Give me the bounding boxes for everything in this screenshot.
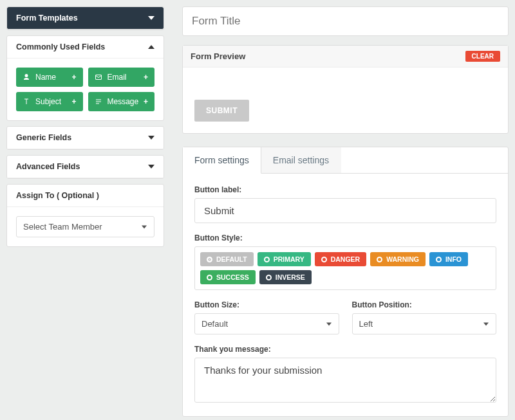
style-label: PRIMARY (274, 255, 304, 263)
plus-icon: + (71, 73, 76, 82)
style-label: INVERSE (276, 273, 305, 281)
thanks-textarea[interactable]: Thanks for your submission (194, 358, 496, 403)
chevron-down-icon (148, 136, 154, 140)
button-position-label: Button Position: (352, 300, 497, 309)
plus-icon: + (71, 97, 76, 106)
person-icon (23, 73, 30, 81)
field-message-button[interactable]: Message+ (88, 92, 155, 111)
advanced-fields-label: Advanced Fields (16, 162, 80, 171)
thanks-label: Thank you message: (194, 345, 496, 354)
field-label: Name (35, 73, 56, 82)
assign-to-label: Assign To ( Optional ) (16, 191, 99, 200)
field-name-button[interactable]: Name+ (16, 68, 83, 87)
style-label: DANGER (331, 255, 360, 263)
style-primary-option[interactable]: PRIMARY (258, 252, 311, 266)
generic-fields-label: Generic Fields (16, 133, 71, 142)
chevron-down-icon (148, 16, 154, 20)
button-style-label: Button Style: (194, 233, 496, 242)
clear-button[interactable]: CLEAR (465, 51, 500, 62)
style-info-option[interactable]: INFO (429, 252, 468, 266)
form-templates-label: Form Templates (16, 14, 78, 23)
generic-fields-header[interactable]: Generic Fields (7, 127, 164, 149)
field-label: Email (108, 73, 127, 82)
common-fields-header[interactable]: Commonly Used Fields (7, 36, 164, 59)
lines-icon (95, 98, 102, 105)
preview-submit-button[interactable]: SUBMIT (194, 100, 249, 122)
radio-icon (321, 257, 327, 262)
radio-icon (266, 275, 272, 280)
field-subject-button[interactable]: Subject+ (16, 92, 83, 111)
button-size-label: Button Size: (194, 300, 339, 309)
radio-icon (207, 275, 212, 280)
radio-icon (264, 257, 270, 262)
field-email-button[interactable]: Email+ (88, 68, 155, 87)
assign-to-select[interactable]: Select Team Member (16, 216, 154, 237)
radio-icon (436, 257, 442, 262)
plus-icon: + (144, 73, 148, 82)
button-label-label: Button label: (194, 185, 496, 194)
style-label: DEFAULT (216, 255, 247, 263)
style-warning-option[interactable]: WARNING (370, 252, 426, 266)
common-fields-label: Commonly Used Fields (16, 42, 105, 51)
radio-icon (377, 257, 382, 262)
button-label-input[interactable] (194, 198, 496, 223)
style-label: SUCCESS (216, 273, 249, 281)
style-label: WARNING (386, 255, 419, 263)
button-position-select[interactable]: Left (352, 313, 497, 334)
plus-icon: + (144, 97, 148, 106)
style-label: INFO (445, 255, 462, 263)
field-label: Message (108, 97, 139, 106)
chevron-up-icon (148, 45, 154, 49)
button-size-select[interactable]: Default (194, 313, 339, 334)
tab-email-settings[interactable]: Email settings (261, 147, 341, 173)
radio-icon (207, 257, 212, 262)
advanced-fields-header[interactable]: Advanced Fields (7, 156, 164, 178)
style-danger-option[interactable]: DANGER (315, 252, 367, 266)
form-preview-label: Form Preview (191, 51, 245, 61)
style-default-option[interactable]: DEFAULT (200, 252, 254, 266)
tab-form-settings[interactable]: Form settings (183, 147, 261, 174)
form-templates-header[interactable]: Form Templates (7, 7, 164, 30)
form-title-input[interactable] (182, 6, 509, 36)
text-icon (23, 98, 30, 105)
assign-to-header: Assign To ( Optional ) (7, 185, 164, 207)
field-label: Subject (35, 97, 61, 106)
style-inverse-option[interactable]: INVERSE (259, 270, 312, 284)
chevron-down-icon (148, 165, 154, 169)
envelope-icon (95, 73, 102, 81)
style-success-option[interactable]: SUCCESS (200, 270, 256, 284)
